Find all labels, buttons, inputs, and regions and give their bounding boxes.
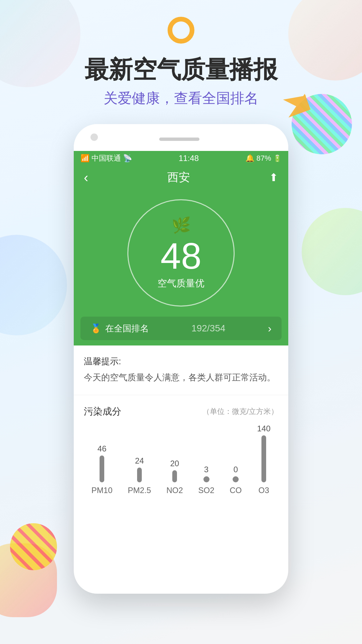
- ranking-number: 192/354: [191, 323, 225, 334]
- bar-dot: [203, 476, 209, 482]
- bg-blob-mr: [302, 208, 362, 295]
- bar-value: 20: [170, 459, 179, 468]
- bar-value: 0: [234, 465, 238, 474]
- status-left: 📶 中国联通 📡: [80, 153, 132, 163]
- pollution-bar-item: 20NO2: [166, 459, 183, 495]
- pollution-bar-item: 24PM2.5: [128, 456, 151, 495]
- bar-label: PM2.5: [128, 486, 151, 495]
- aqi-value: 48: [161, 237, 201, 274]
- bar-label: PM10: [92, 486, 113, 495]
- ranking-bar[interactable]: 🏅 在全国排名 192/354 ›: [80, 317, 282, 340]
- ranking-bookmark-icon: 🏅: [90, 323, 101, 334]
- carrier-label: 中国联通: [92, 153, 121, 163]
- tip-title: 温馨提示:: [84, 356, 278, 367]
- pollution-bar-item: 0CO: [230, 465, 242, 495]
- pollution-header: 污染成分 （单位：微克/立方米）: [84, 405, 278, 418]
- ranking-left: 🏅 在全国排名: [90, 323, 149, 334]
- phone-speaker: [159, 138, 199, 141]
- back-button[interactable]: ‹: [84, 170, 88, 185]
- phone-mockup: 📶 中国联通 📡 11:48 🔔 87% 🔋 ‹ 西安 ⬆ 🌿 48 空气质量优…: [74, 124, 288, 594]
- ranking-separator: /: [207, 323, 210, 333]
- time-label: 11:48: [179, 154, 199, 163]
- pollution-title: 污染成分: [84, 405, 121, 418]
- main-title: 最新空气质量播报: [84, 54, 278, 86]
- phone-camera: [90, 133, 98, 141]
- bg-blob-tr: [288, 0, 362, 80]
- bar-value: 140: [257, 424, 270, 433]
- bar-label: SO2: [198, 486, 215, 495]
- bar-rect: [100, 455, 104, 482]
- battery-icon: 🔋: [273, 154, 282, 162]
- bar-dot: [233, 476, 239, 482]
- share-button[interactable]: ⬆: [269, 171, 278, 184]
- aqi-section: 🌿 48 空气质量优: [74, 189, 288, 323]
- pollution-bar-item: 46PM10: [92, 444, 113, 495]
- pollution-unit: （单位：微克/立方米）: [202, 407, 278, 417]
- phone-top-bar: [74, 124, 288, 151]
- leaf-icon: 🌿: [172, 216, 191, 234]
- nav-title: 西安: [167, 170, 190, 185]
- wifi-icon: 📡: [123, 154, 132, 163]
- bar-rect: [172, 470, 177, 482]
- pollution-section: 污染成分 （单位：微克/立方米） 46PM1024PM2.520NO23SO20…: [74, 395, 288, 502]
- bar-rect: [261, 435, 266, 482]
- tip-text: 今天的空气质量令人满意，各类人群可正常活动。: [84, 371, 278, 385]
- white-section: 温馨提示: 今天的空气质量令人满意，各类人群可正常活动。 污染成分 （单位：微克…: [74, 345, 288, 502]
- bar-value: 3: [204, 465, 208, 474]
- bar-value: 24: [135, 456, 144, 466]
- signal-icon: 📶: [80, 154, 89, 163]
- status-right: 🔔 87% 🔋: [245, 154, 282, 163]
- stripes-decoration-bl: [10, 523, 57, 570]
- bar-label: NO2: [166, 486, 183, 495]
- bg-blob-tl: [0, 0, 80, 87]
- pollution-bar-item: 3SO2: [198, 465, 215, 495]
- top-ring-icon: [168, 17, 194, 44]
- bar-value: 46: [98, 444, 107, 453]
- aqi-label: 空气质量优: [158, 277, 204, 290]
- aqi-circle: 🌿 48 空气质量优: [127, 199, 235, 307]
- ranking-prefix: 在全国排名: [105, 323, 149, 334]
- ranking-total: 354: [210, 323, 226, 333]
- bar-label: CO: [230, 486, 242, 495]
- ranking-current: 192: [191, 323, 207, 333]
- bar-label: O3: [258, 486, 269, 495]
- status-bar: 📶 中国联通 📡 11:48 🔔 87% 🔋: [74, 151, 288, 166]
- ranking-arrow-icon[interactable]: ›: [268, 322, 272, 335]
- alarm-icon: 🔔: [245, 154, 254, 163]
- bar-rect: [137, 468, 142, 482]
- sub-title: 关爱健康，查看全国排名: [104, 89, 258, 108]
- pollution-bars: 46PM1024PM2.520NO23SO20CO140O3: [84, 428, 278, 495]
- tip-section: 温馨提示: 今天的空气质量令人满意，各类人群可正常活动。: [74, 345, 288, 395]
- bg-blob-ml: [0, 235, 67, 335]
- battery-label: 87%: [256, 154, 271, 163]
- nav-bar: ‹ 西安 ⬆: [74, 166, 288, 189]
- pollution-bar-item: 140O3: [257, 424, 270, 495]
